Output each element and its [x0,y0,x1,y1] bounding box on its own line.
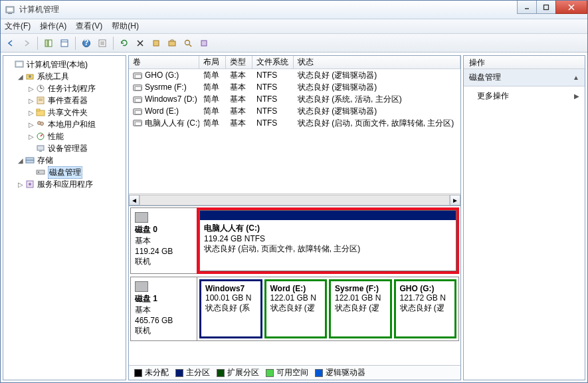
volume-row[interactable]: 电脑人人有 (C:)简单基本NTFS状态良好 (启动, 页面文件, 故障转储, … [129,117,460,129]
rescan-button[interactable] [165,36,179,51]
svg-rect-19 [153,41,159,46]
tree-event-viewer[interactable]: ▷事件查看器 [5,94,124,106]
tree-performance[interactable]: ▷性能 [5,130,124,142]
wizard-button[interactable] [197,36,211,51]
delete-button[interactable] [133,36,147,51]
tree-storage[interactable]: ◢存储 [5,154,124,166]
disk-0-info: 磁盘 0 基本 119.24 GB 联机 [131,208,197,273]
legend-logical: 逻辑驱动器 [315,367,365,378]
help-button[interactable]: ? [79,36,94,51]
col-fs[interactable]: 文件系统 [252,56,294,68]
disk-icon [135,212,148,223]
legend-free: 可用空间 [266,367,308,378]
col-volume[interactable]: 卷 [129,56,199,68]
svg-point-21 [185,40,190,45]
show-hide-tree-button[interactable] [41,36,56,51]
forward-button[interactable] [19,36,34,51]
col-type[interactable]: 类型 [226,56,252,68]
menu-file[interactable]: 文件(F) [5,21,31,32]
svg-rect-8 [49,40,52,47]
volume-row[interactable]: Sysrme (F:)简单基本NTFS状态良好 (逻辑驱动器) [129,81,460,93]
properties-button[interactable] [57,36,72,51]
svg-rect-20 [169,41,175,46]
settings-button[interactable] [149,36,163,51]
back-button[interactable] [3,36,18,51]
scroll-right-arrow[interactable]: ▸ [450,195,460,205]
volume-row[interactable]: Windows7 (D:)简单基本NTFS状态良好 (系统, 活动, 主分区) [129,93,460,105]
disk-0-size: 119.24 GB [135,247,193,256]
svg-line-22 [189,45,191,47]
view-list-button[interactable] [95,36,110,51]
svg-rect-25 [17,63,22,66]
minimize-button[interactable] [517,1,537,14]
volume-list: 卷 布局 类型 文件系统 状态 GHO (G:)简单基本NTFS状态良好 (逻辑… [129,56,460,206]
disk-0-partition-c[interactable]: 电脑人人有 (C:) 119.24 GB NTFS 状态良好 (启动, 页面文件… [199,210,456,271]
disk-0-row[interactable]: 磁盘 0 基本 119.24 GB 联机 电脑人人有 (C:) 119.24 G… [130,207,459,274]
disk-1-partition[interactable]: Sysrme (F:)122.01 GB N状态良好 (逻 [329,279,392,338]
titlebar[interactable]: 计算机管理 [1,1,587,19]
disk-1-partition[interactable]: GHO (G:)121.72 GB N状态良好 (逻 [394,279,457,338]
actions-more[interactable]: 更多操作 ▶ [464,86,585,106]
disk-1-info: 磁盘 1 基本 465.76 GB 联机 [131,277,197,340]
svg-rect-43 [37,170,45,174]
tree-shared-folders[interactable]: ▷共享文件夹 [5,106,124,118]
find-button[interactable] [181,36,195,51]
disk-graphical-view: 磁盘 0 基本 119.24 GB 联机 电脑人人有 (C:) 119.24 G… [129,206,460,365]
volume-rows: GHO (G:)简单基本NTFS状态良好 (逻辑驱动器)Sysrme (F:)简… [129,69,460,193]
volume-row[interactable]: GHO (G:)简单基本NTFS状态良好 (逻辑驱动器) [129,69,460,81]
scroll-track[interactable] [140,195,450,205]
actions-header: 操作 [464,56,585,69]
app-icon [5,5,15,15]
svg-text:?: ? [84,39,88,47]
svg-point-37 [41,122,44,126]
svg-point-46 [29,183,31,186]
legend-unallocated: 未分配 [134,367,169,378]
tree-local-users[interactable]: ▷本地用户和组 [5,118,124,130]
disk-1-basic: 基本 [135,305,193,316]
menu-help[interactable]: 帮助(H) [112,21,139,32]
svg-point-44 [38,172,39,173]
volume-row[interactable]: Word (E:)简单基本NTFS状态良好 (逻辑驱动器) [129,105,460,117]
menubar: 文件(F) 操作(A) 查看(V) 帮助(H) [1,19,587,34]
disk-1-size: 465.76 GB [135,316,193,325]
scroll-left-arrow[interactable]: ◂ [129,195,140,205]
disk-1-partition[interactable]: Word (E:)122.01 GB N状态良好 (逻 [264,279,328,338]
col-layout[interactable]: 布局 [199,56,226,68]
legend: 未分配 主分区 扩展分区 可用空间 逻辑驱动器 [129,365,460,380]
computer-management-window: 计算机管理 文件(F) 操作(A) 查看(V) 帮助(H) ? [0,0,588,383]
svg-rect-4 [544,5,549,9]
disk-1-partition[interactable]: Windows7100.01 GB N状态良好 (系 [199,279,262,338]
partition-detail: 119.24 GB NTFS [204,234,452,243]
svg-rect-1 [7,8,13,11]
svg-rect-23 [201,41,207,46]
legend-extended: 扩展分区 [217,367,259,378]
horizontal-scrollbar[interactable]: ◂ ▸ [129,193,460,205]
window-title: 计算机管理 [19,4,518,15]
svg-rect-9 [61,40,68,47]
tree-disk-management[interactable]: 磁盘管理 [5,166,124,178]
menu-action[interactable]: 操作(A) [40,21,66,32]
disk-icon [135,281,148,292]
tree-task-scheduler[interactable]: ▷任务计划程序 [5,82,124,94]
col-status[interactable]: 状态 [294,56,460,68]
maximize-button[interactable] [536,1,556,14]
actions-section[interactable]: 磁盘管理 ▲ [464,69,585,86]
volume-header: 卷 布局 类型 文件系统 状态 [129,56,460,69]
menu-view[interactable]: 查看(V) [76,21,102,32]
tree-device-manager[interactable]: 设备管理器 [5,142,124,154]
toolbar: ? [1,34,587,53]
svg-rect-41 [26,158,34,160]
svg-rect-39 [37,146,44,150]
close-button[interactable] [555,1,587,14]
partition-name: 电脑人人有 (C:) [204,223,452,234]
svg-rect-40 [39,151,42,152]
disk-1-row[interactable]: 磁盘 1 基本 465.76 GB 联机 Windows7100.01 GB N… [130,277,459,341]
tree-root[interactable]: 计算机管理(本地) [5,59,124,70]
tree-system-tools[interactable]: ◢系统工具 [5,70,124,82]
svg-rect-7 [45,40,48,47]
refresh-button[interactable] [117,36,132,51]
svg-rect-35 [37,109,40,111]
svg-rect-42 [26,160,34,163]
tree-services-apps[interactable]: ▷服务和应用程序 [5,178,124,190]
disk-0-online: 联机 [135,256,193,267]
